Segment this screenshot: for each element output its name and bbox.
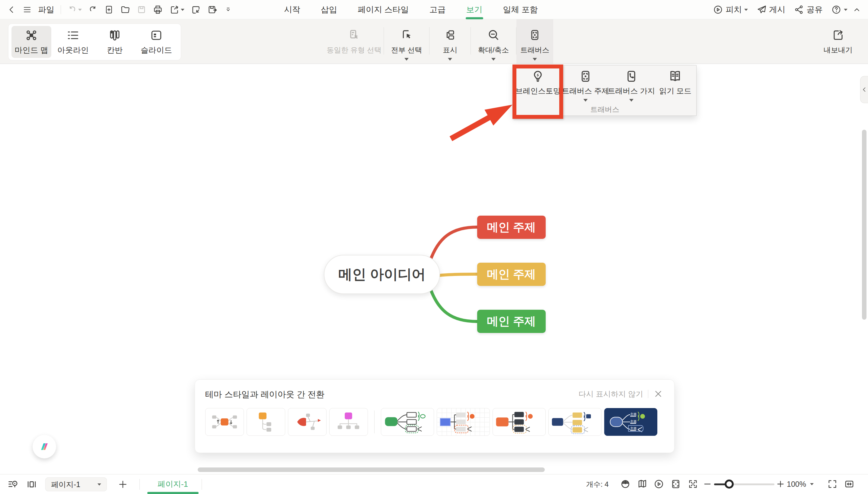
dark-thumb-topic-label: 主题 <box>630 419 637 423</box>
export-button[interactable]: 내보내기 <box>815 19 861 64</box>
zoom-in-button[interactable] <box>776 479 785 489</box>
redo-button[interactable] <box>88 5 98 15</box>
kanban-icon <box>108 28 121 42</box>
import-icon[interactable] <box>191 4 201 15</box>
back-icon[interactable] <box>7 5 16 14</box>
add-page-button[interactable] <box>118 479 128 490</box>
undo-caret-icon[interactable] <box>78 9 82 11</box>
traverse-caret-icon <box>533 58 537 61</box>
mode-outline-label: 아웃라인 <box>57 45 89 56</box>
toolbar-center-group: 동일한 유형 선택 전부 선택 표시 확대/축소 트래버스 <box>325 19 553 64</box>
tab-all-included[interactable]: 일체 포함 <box>503 0 538 19</box>
zoom-slider-track[interactable] <box>714 483 774 485</box>
display-button[interactable]: 표시 <box>429 19 470 64</box>
outline-icon <box>67 28 80 42</box>
file-menu[interactable]: 파일 <box>38 4 54 15</box>
export-label: 내보내기 <box>824 45 853 55</box>
share-caret-icon[interactable] <box>181 9 184 11</box>
annotation-highlight-box <box>513 64 563 119</box>
page-overview-icon[interactable] <box>7 479 19 490</box>
select-all-button[interactable]: 전부 선택 <box>384 19 429 64</box>
help-button[interactable] <box>831 4 848 15</box>
zoom-slider-handle[interactable] <box>725 479 734 489</box>
theme-panel-title: 테마 스타일과 레이아웃 간 전환 <box>205 389 325 400</box>
main-topic-node-red[interactable]: 메인 주제 <box>477 216 546 239</box>
hamburger-menu-icon[interactable] <box>23 5 32 14</box>
tab-start[interactable]: 시작 <box>284 0 300 19</box>
fit-map-icon[interactable] <box>670 479 681 490</box>
chevron-left-icon <box>861 87 867 93</box>
dont-show-again-button[interactable]: 다시 표시하지 않기 <box>578 389 643 399</box>
tab-insert[interactable]: 삽입 <box>321 0 337 19</box>
mode-slides-button[interactable]: 슬라이드 <box>136 26 176 58</box>
side-panel-icon[interactable] <box>26 479 37 490</box>
branch-green <box>430 287 477 322</box>
zoom-out-button[interactable] <box>703 479 712 489</box>
horizontal-scrollbar[interactable] <box>198 468 545 472</box>
close-icon[interactable] <box>653 389 663 399</box>
theme-thumbnail-dark[interactable]: 主题 主题 主题 <box>604 408 657 436</box>
traverse-topic-caret-icon <box>584 99 588 102</box>
undo-button[interactable] <box>67 5 82 15</box>
presentation-play-icon[interactable] <box>653 479 664 490</box>
theme-panel-dismiss-group: 다시 표시하지 않기 <box>578 389 663 399</box>
active-tab-underline <box>466 17 483 19</box>
pitch-button[interactable]: 피치 <box>713 4 748 15</box>
theme-switch-panel: 테마 스타일과 레이아웃 간 전환 다시 표시하지 않기 <box>195 379 675 453</box>
display-caret-icon <box>448 58 452 61</box>
zoom-button[interactable]: 확대/축소 <box>471 19 516 64</box>
share-export-button[interactable] <box>169 4 184 15</box>
mouse-mode-icon[interactable] <box>620 479 631 490</box>
theme-thumbnail-green[interactable] <box>381 408 434 436</box>
mode-kanban-button[interactable]: 칸반 <box>95 26 135 58</box>
vertical-scrollbar[interactable] <box>862 130 867 320</box>
print-icon[interactable] <box>153 4 163 15</box>
layout-thumbnail-tree[interactable] <box>246 408 285 436</box>
save-icon[interactable] <box>137 5 146 15</box>
statusbar: 페이지-1 페이지-1 개수: 4 100% <box>0 474 868 494</box>
map-navigator-icon[interactable] <box>637 479 648 490</box>
central-topic-node[interactable]: 메인 아이디어 <box>324 255 440 294</box>
expand-canvas-icon[interactable] <box>687 479 698 490</box>
traverse-branch-label: 트래버스 가지 <box>608 86 655 96</box>
active-page-underline <box>147 492 199 494</box>
fit-width-icon[interactable] <box>844 479 855 490</box>
open-folder-icon[interactable] <box>120 4 130 15</box>
slides-icon <box>150 28 163 42</box>
page-selector-dropdown[interactable]: 페이지-1 <box>45 477 107 491</box>
theme-thumbnail-orange-dark[interactable] <box>493 408 546 436</box>
theme-thumbnail-grid-blue[interactable] <box>437 408 490 436</box>
tab-view[interactable]: 보기 <box>466 0 483 19</box>
reading-mode-label: 읽기 모드 <box>659 86 691 96</box>
publish-button[interactable]: 게시 <box>756 4 785 15</box>
select-all-caret-icon <box>404 58 409 61</box>
reading-mode-icon <box>668 69 682 83</box>
zoom-level-value[interactable]: 100% <box>787 474 806 494</box>
new-file-icon[interactable] <box>104 5 114 15</box>
dismiss-separator <box>648 390 648 398</box>
traverse-button[interactable]: 트래버스 <box>516 19 553 64</box>
tab-page-style[interactable]: 페이지 스타일 <box>358 0 409 19</box>
active-page-tab[interactable]: 페이지-1 <box>145 474 201 494</box>
mode-mindmap-button[interactable]: 마인드 맵 <box>12 26 51 58</box>
layout-thumbnail-radial[interactable] <box>205 408 244 436</box>
collapse-ribbon-icon[interactable] <box>852 5 861 14</box>
export-icon <box>831 28 845 42</box>
tab-advanced[interactable]: 고급 <box>429 0 446 19</box>
collapse-toolbar-icon[interactable] <box>224 5 233 14</box>
select-same-type-button: 동일한 유형 선택 <box>325 19 384 64</box>
save-as-icon[interactable] <box>207 4 218 15</box>
share-button[interactable]: 공유 <box>794 4 823 15</box>
main-topic-node-green[interactable]: 메인 주제 <box>477 310 546 333</box>
main-topic-node-yellow[interactable]: 메인 주제 <box>477 263 546 286</box>
publish-label: 게시 <box>769 4 785 15</box>
right-panel-toggle[interactable] <box>860 76 868 103</box>
pitch-label: 피치 <box>725 4 742 15</box>
dark-thumb-topic-label: 主题 <box>630 412 637 416</box>
layout-thumbnail-fishbone[interactable] <box>288 408 327 436</box>
fullscreen-icon[interactable] <box>827 479 838 490</box>
layout-thumbnail-orgchart[interactable] <box>329 408 368 436</box>
mode-outline-button[interactable]: 아웃라인 <box>53 26 93 58</box>
app-logo[interactable] <box>33 435 56 458</box>
theme-thumbnail-navy-yellow[interactable] <box>548 408 602 436</box>
